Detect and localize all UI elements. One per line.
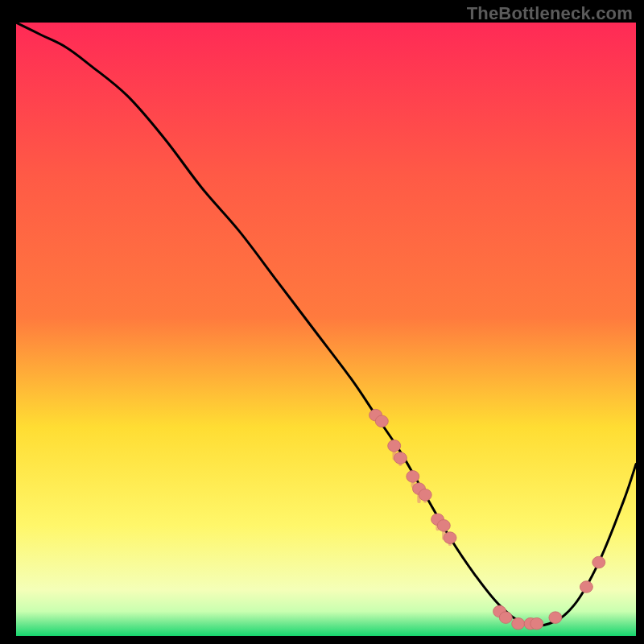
watermark-text: TheBottleneck.com (467, 3, 633, 24)
data-marker (580, 581, 592, 593)
data-marker (512, 617, 525, 630)
data-marker (419, 489, 431, 501)
svg-rect-0 (16, 23, 636, 636)
data-marker (375, 415, 388, 427)
data-marker (499, 612, 512, 624)
data-marker (437, 520, 450, 532)
data-marker (407, 471, 419, 483)
data-marker (592, 556, 605, 568)
data-marker (394, 452, 407, 464)
bottleneck-chart (16, 23, 636, 636)
plot-area (16, 23, 636, 636)
chart-container: TheBottleneck.com (0, 0, 644, 644)
data-marker (444, 532, 456, 544)
data-marker (388, 440, 401, 452)
data-marker (549, 612, 562, 624)
data-marker (530, 617, 543, 630)
